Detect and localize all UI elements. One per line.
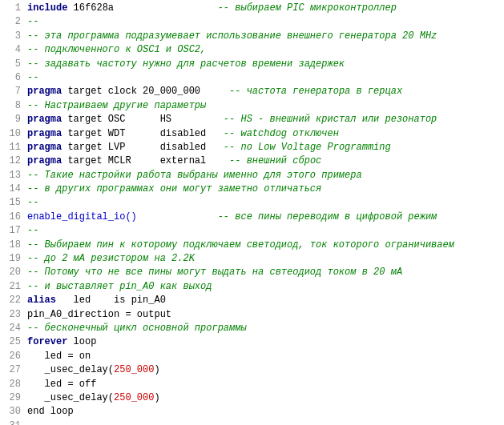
- line-content: -- до 2 мА резистором на 2.2K: [27, 252, 501, 266]
- code-token: _usec_delay(250_000): [27, 392, 160, 403]
- code-token: LVP: [108, 142, 126, 153]
- line-content: pragma target clock 20_000_000 -- частот…: [27, 85, 501, 98]
- code-line: 15--: [0, 196, 504, 210]
- line-number: 27: [3, 363, 21, 377]
- code-token: clock: [108, 86, 137, 97]
- code-line: 2--: [0, 15, 504, 29]
- code-token: -- до 2 мА резистором на 2.2K: [27, 253, 195, 264]
- code-token: WDT: [108, 128, 126, 139]
- code-token: -- выбираем PIC микроконтроллер: [218, 2, 397, 14]
- code-line: 24-- бесконечный цикл основной программы: [0, 322, 504, 335]
- code-line: 8-- Настраиваем другие параметры: [0, 99, 504, 113]
- code-token: pragma: [27, 128, 62, 139]
- line-number: 13: [3, 169, 21, 182]
- code-line: 29 _usec_delay(250_000): [0, 391, 504, 405]
- line-number: 8: [3, 99, 21, 113]
- line-content: --: [27, 196, 501, 210]
- line-number: 23: [3, 308, 21, 322]
- code-token: pragma: [27, 114, 62, 125]
- line-number: 9: [3, 113, 21, 126]
- line-number: 26: [3, 350, 21, 363]
- line-number: 15: [3, 196, 21, 210]
- line-content: -- Выбираем пин к которому подключаем св…: [27, 239, 501, 252]
- code-token: _usec_delay(250_000): [27, 364, 160, 375]
- code-token: led = on: [27, 351, 91, 362]
- line-content: led = on: [27, 350, 501, 363]
- code-token: -- no Low Voltage Programming: [224, 142, 391, 153]
- code-line: 16enable_digital_io() -- все пины перево…: [0, 210, 504, 224]
- line-number: 29: [3, 391, 21, 405]
- code-line: 12pragma target MCLR external -- внешний…: [0, 154, 504, 168]
- code-line: 17--: [0, 224, 504, 238]
- code-token: -- бесконечный цикл основной программы: [27, 323, 247, 334]
- code-line: 18-- Выбираем пин к которому подключаем …: [0, 239, 504, 252]
- code-token: 16f628a: [67, 2, 217, 14]
- code-token: target: [62, 86, 108, 97]
- code-token: pragma: [27, 155, 62, 166]
- line-content: -- задавать частоту нужно для расчетов в…: [27, 58, 501, 71]
- code-token: -- watchdog отключен: [224, 128, 339, 139]
- code-token: -- все пины переводим в цифровой режим: [218, 211, 437, 223]
- line-number: 22: [3, 294, 21, 307]
- code-line: 20-- Потому что не все пины могут выдать…: [0, 266, 504, 279]
- line-number: 2: [3, 15, 21, 29]
- code-token: target: [62, 114, 108, 125]
- code-token: -- Настраиваем другие параметры: [27, 100, 206, 111]
- line-content: --: [27, 419, 501, 425]
- line-number: 3: [3, 30, 21, 43]
- line-number: 1: [3, 2, 21, 15]
- code-token: target: [62, 142, 108, 153]
- line-content: _usec_delay(250_000): [27, 363, 501, 377]
- line-number: 24: [3, 322, 21, 335]
- code-line: 6--: [0, 71, 504, 85]
- code-token: 20_000_000: [137, 86, 229, 97]
- line-content: -- бесконечный цикл основной программы: [27, 322, 501, 335]
- line-content: pragma target MCLR external -- внешний с…: [27, 154, 501, 168]
- line-number: 25: [3, 335, 21, 349]
- code-token: [137, 211, 218, 223]
- code-token: -- Выбираем пин к которому подключаем св…: [27, 239, 454, 251]
- line-number: 16: [3, 210, 21, 224]
- line-content: pragma target OSC HS -- HS - внешний кри…: [27, 113, 501, 126]
- code-editor: 1include 16f628a -- выбираем PIC микроко…: [0, 0, 504, 425]
- code-line: 4-- подключенного к OSC1 и OSC2,: [0, 43, 504, 57]
- code-line: 11pragma target LVP disabled -- no Low V…: [0, 141, 504, 154]
- code-token: end loop: [27, 406, 74, 417]
- code-token: external: [131, 155, 229, 166]
- line-content: forever loop: [27, 335, 501, 349]
- line-content: _usec_delay(250_000): [27, 391, 501, 405]
- code-token: -- Такие настройки работа выбраны именно…: [27, 170, 362, 181]
- code-token: -- Потому что не все пины могут выдать н…: [27, 267, 402, 278]
- line-content: include 16f628a -- выбираем PIC микрокон…: [27, 2, 501, 15]
- code-token: OSC: [108, 114, 126, 125]
- line-content: -- и выставляет pin_A0 как выход: [27, 280, 501, 294]
- line-number: 14: [3, 182, 21, 196]
- code-token: --: [27, 225, 38, 236]
- line-number: 19: [3, 252, 21, 266]
- code-line: 23pin_A0_direction = output: [0, 308, 504, 322]
- line-number: 6: [3, 71, 21, 85]
- code-line: 13-- Такие настройки работа выбраны имен…: [0, 169, 504, 182]
- line-number: 5: [3, 58, 21, 71]
- line-content: -- в других программах они могут заметно…: [27, 182, 501, 196]
- line-number: 10: [3, 127, 21, 141]
- code-token: --: [27, 197, 38, 208]
- code-token: led is pin_A0: [56, 295, 166, 306]
- code-token: -- HS - внешний кристал или резонатор: [224, 114, 437, 125]
- code-token: -- внешний сброс: [229, 155, 321, 166]
- line-content: end loop: [27, 405, 501, 419]
- line-content: --: [27, 224, 501, 238]
- code-token: target: [62, 155, 108, 166]
- code-token: pin_A0_direction = output: [27, 309, 171, 320]
- line-content: -- эта программа подразумевает использов…: [27, 30, 501, 43]
- line-number: 21: [3, 280, 21, 294]
- line-content: pin_A0_direction = output: [27, 308, 501, 322]
- code-token: -- задавать частоту нужно для расчетов в…: [27, 58, 345, 70]
- code-line: 3-- эта программа подразумевает использо…: [0, 30, 504, 43]
- code-token: disabled: [125, 128, 223, 139]
- line-number: 31: [3, 419, 21, 425]
- line-content: -- подключенного к OSC1 и OSC2,: [27, 43, 501, 57]
- line-content: --: [27, 71, 501, 85]
- code-token: -- подключенного к OSC1 и OSC2,: [27, 44, 206, 55]
- code-token: disabled: [125, 142, 223, 153]
